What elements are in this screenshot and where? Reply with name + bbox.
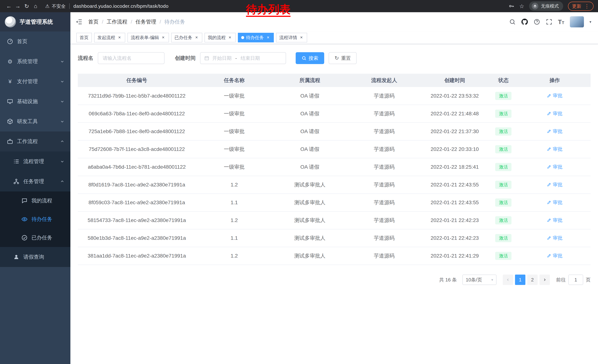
prev-page-button[interactable]	[503, 275, 513, 285]
create-time-cell: 2022-01-22 20:33:10	[422, 140, 488, 158]
sidebar-item-done-task[interactable]: 已办任务	[0, 228, 70, 247]
approve-link[interactable]: 审批	[547, 164, 562, 170]
col-status: 状态	[488, 74, 519, 87]
close-icon[interactable]: ×	[194, 35, 199, 40]
tab-process-detail[interactable]: 流程详情 ×	[276, 33, 307, 42]
task-id-cell: 58154733-7ac8-11ec-a9e2-a2380e71991a	[78, 211, 196, 229]
start-date-placeholder: 开始日期	[212, 55, 232, 61]
browser-menu-icon[interactable]: ⋮	[584, 3, 590, 9]
tab-start-process[interactable]: 发起流程 ×	[94, 33, 125, 42]
tab-process-form-edit[interactable]: 流程表单-编辑 ×	[127, 33, 169, 42]
process-name-input[interactable]	[98, 52, 165, 64]
edit-icon	[547, 94, 551, 98]
sidebar-item-my-process[interactable]: 我的流程	[0, 191, 70, 210]
col-task-id: 任务编号	[78, 74, 196, 87]
approve-link[interactable]: 审批	[547, 217, 562, 224]
forward-icon[interactable]: →	[13, 3, 22, 9]
close-icon[interactable]: ×	[227, 35, 232, 40]
date-range-picker[interactable]: 开始日期 - 结束日期	[200, 52, 286, 64]
sidebar-item-process-management[interactable]: 流程管理	[0, 152, 70, 171]
sidebar-item-devtools[interactable]: 研发工具	[0, 112, 70, 131]
key-icon[interactable]	[508, 3, 515, 9]
chevron-up-icon	[60, 139, 65, 144]
approve-link[interactable]: 审批	[547, 199, 562, 206]
chevron-up-icon	[60, 179, 65, 184]
initiator-cell: 芋道源码	[347, 211, 421, 229]
cube-icon	[6, 118, 14, 125]
chevron-down-icon	[60, 99, 65, 104]
tab-my-process[interactable]: 我的流程 ×	[205, 33, 236, 42]
task-name-cell: 一级审批	[196, 140, 273, 158]
sidebar-item-leave-query[interactable]: 请假查询	[0, 247, 70, 267]
approve-link[interactable]: 审批	[547, 252, 562, 259]
sidebar-item-workflow[interactable]: 工作流程	[0, 131, 70, 152]
tab-todo-task[interactable]: 待办任务 ×	[238, 33, 274, 42]
table-row: 8f0d1619-7ac8-11ec-a9e2-a2380e71991a 1.2…	[78, 176, 590, 194]
approve-link[interactable]: 审批	[547, 128, 562, 135]
initiator-cell: 芋道源码	[347, 176, 421, 194]
process-cell: 测试多审批人	[273, 247, 347, 265]
reload-icon[interactable]: ↻	[22, 3, 31, 9]
task-id-cell: 8f0d1619-7ac8-11ec-a9e2-a2380e71991a	[78, 176, 196, 194]
sidebar-item-task-management[interactable]: 任务管理	[0, 171, 70, 191]
end-date-placeholder: 结束日期	[241, 55, 260, 61]
chevron-down-icon	[60, 119, 65, 124]
status-badge: 激活	[495, 234, 512, 242]
page-button-1[interactable]: 1	[515, 275, 525, 285]
chevron-down-icon	[60, 159, 65, 164]
goto-page-input[interactable]	[568, 275, 583, 285]
close-icon[interactable]: ×	[117, 35, 122, 40]
sidebar-item-todo-task[interactable]: 待办任务	[0, 210, 70, 228]
initiator-cell: 芋道源码	[347, 158, 421, 176]
search-button[interactable]: 搜索	[296, 52, 324, 64]
close-icon[interactable]: ×	[266, 35, 270, 40]
next-page-button[interactable]	[540, 275, 550, 285]
app-title: 芋道管理系统	[20, 18, 53, 26]
breadcrumb-task-management[interactable]: 任务管理	[136, 18, 156, 25]
fullscreen-icon[interactable]	[546, 18, 552, 25]
approve-link[interactable]: 审批	[547, 146, 562, 152]
task-name-cell: 1.2	[196, 247, 273, 265]
search-icon[interactable]	[509, 18, 516, 25]
create-time-cell: 2022-01-21 22:43:55	[422, 176, 488, 194]
sidebar-fold-icon[interactable]	[75, 18, 83, 25]
breadcrumb-home[interactable]: 首页	[88, 18, 99, 25]
process-cell: 测试多审批人	[273, 194, 347, 211]
approve-link[interactable]: 审批	[547, 110, 562, 117]
status-badge: 激活	[495, 198, 512, 207]
help-icon[interactable]	[533, 18, 540, 25]
task-name-cell: 1.1	[196, 229, 273, 247]
approve-link[interactable]: 审批	[547, 181, 562, 188]
bookmark-star-icon[interactable]: ☆	[519, 3, 524, 9]
tab-home[interactable]: 首页	[76, 33, 92, 42]
update-button[interactable]: 更新 ⋮	[568, 2, 594, 11]
task-name-cell: 1.1	[196, 194, 273, 211]
initiator-cell: 芋道源码	[347, 140, 421, 158]
status-badge: 激活	[495, 163, 512, 171]
approve-link[interactable]: 审批	[547, 92, 562, 99]
page-button-2[interactable]: 2	[527, 275, 538, 285]
security-chip[interactable]: ⚠ 不安全	[45, 3, 66, 9]
close-icon[interactable]: ×	[161, 35, 166, 40]
github-icon[interactable]	[521, 18, 528, 25]
reset-button[interactable]: ↻ 重置	[329, 52, 357, 64]
breadcrumb-workflow[interactable]: 工作流程	[107, 18, 127, 25]
user-avatar[interactable]	[570, 16, 584, 27]
avatar-caret-icon[interactable]: ▾	[590, 20, 591, 24]
back-icon[interactable]: ←	[4, 3, 13, 9]
check-circle-icon	[21, 235, 28, 241]
tab-done-task[interactable]: 已办任务 ×	[171, 33, 202, 42]
sidebar-item-infra[interactable]: 基础设施	[0, 91, 70, 112]
font-size-icon[interactable]: TT	[558, 18, 564, 25]
app-logo	[5, 16, 16, 27]
page-size-select[interactable]: 10条/页 ▾	[462, 275, 497, 285]
approve-link[interactable]: 审批	[547, 235, 562, 241]
sidebar-item-home[interactable]: 首页	[0, 32, 70, 51]
table-row: 725a1eb6-7b88-11ec-8ef0-acde48001122 一级审…	[78, 122, 590, 140]
close-icon[interactable]: ×	[299, 35, 304, 40]
incognito-badge: 无痕模式	[529, 1, 563, 11]
sidebar-item-payment[interactable]: ¥ 支付管理	[0, 72, 70, 91]
sidebar-item-system[interactable]: ⚙ 系统管理	[0, 51, 70, 72]
home-icon[interactable]: ⌂	[31, 3, 40, 9]
address-bar[interactable]: dashboard.yudao.iocoder.cn/bpm/task/todo	[73, 3, 168, 9]
